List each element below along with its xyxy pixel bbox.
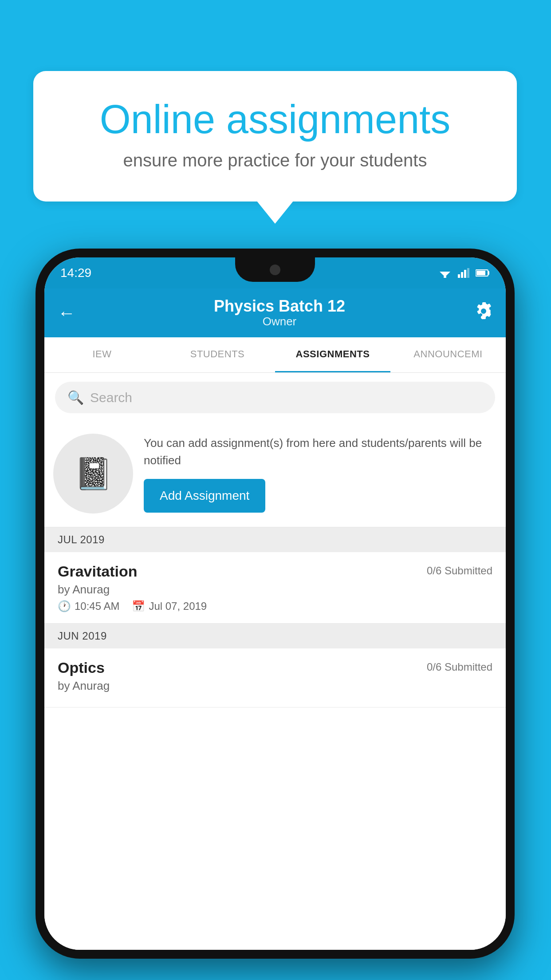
assignment-by: by Anurag: [58, 583, 492, 597]
wifi-icon: [438, 268, 452, 278]
promo-text-area: You can add assignment(s) from here and …: [144, 435, 492, 513]
header-center: Physics Batch 12 Owner: [84, 297, 475, 329]
assignment-row: Optics 0/6 Submitted: [58, 659, 492, 676]
signal-icon: [458, 268, 469, 278]
app-header: ← Physics Batch 12 Owner: [44, 288, 506, 337]
phone-mockup: 14:29: [35, 249, 515, 959]
battery-icon: [476, 269, 490, 277]
tab-students[interactable]: STUDENTS: [160, 337, 275, 372]
svg-rect-5: [464, 270, 466, 278]
svg-rect-3: [458, 274, 460, 278]
camera: [270, 265, 280, 275]
search-placeholder: Search: [90, 390, 132, 405]
svg-rect-9: [476, 271, 485, 275]
speech-bubble-subtitle: ensure more practice for your students: [69, 150, 481, 170]
assignment-row: Gravitation 0/6 Submitted: [58, 563, 492, 580]
notebook-icon: 📓: [74, 455, 113, 492]
month-header-jun-2019: JUN 2019: [44, 624, 506, 648]
assignment-item-gravitation[interactable]: Gravitation 0/6 Submitted by Anurag 🕐 10…: [44, 552, 506, 624]
assignment-date: Jul 07, 2019: [149, 600, 207, 612]
tab-announcements[interactable]: ANNOUNCEMI: [390, 337, 506, 372]
assignment-submitted: 0/6 Submitted: [427, 563, 492, 577]
header-subtitle: Owner: [84, 315, 475, 328]
status-icons: [438, 268, 490, 278]
svg-rect-6: [467, 268, 469, 278]
tabs-bar: IEW STUDENTS ASSIGNMENTS ANNOUNCEMI: [44, 337, 506, 373]
phone-screen: 14:29: [44, 257, 506, 950]
status-time: 14:29: [60, 266, 91, 280]
search-icon: 🔍: [67, 390, 84, 405]
phone-notch: [235, 257, 315, 282]
tab-assignments[interactable]: ASSIGNMENTS: [275, 337, 390, 372]
settings-button[interactable]: [475, 302, 492, 324]
calendar-icon: 📅: [132, 600, 145, 612]
tab-iew[interactable]: IEW: [44, 337, 160, 372]
assignment-item-optics[interactable]: Optics 0/6 Submitted by Anurag: [44, 648, 506, 707]
speech-bubble-title: Online assignments: [69, 98, 481, 142]
gear-icon: [475, 302, 492, 320]
add-assignment-button[interactable]: Add Assignment: [144, 479, 265, 513]
header-title: Physics Batch 12: [84, 297, 475, 315]
assignment-name: Gravitation: [58, 563, 137, 580]
assignment-time: 10:45 AM: [75, 600, 119, 612]
assignment-submitted: 0/6 Submitted: [427, 659, 492, 673]
search-bar[interactable]: 🔍 Search: [55, 382, 495, 413]
meta-time: 🕐 10:45 AM: [58, 600, 119, 612]
promo-icon-circle: 📓: [53, 434, 133, 514]
month-header-jul-2019: JUL 2019: [44, 527, 506, 552]
assignment-meta: 🕐 10:45 AM 📅 Jul 07, 2019: [58, 600, 492, 612]
assignment-name: Optics: [58, 659, 105, 676]
speech-bubble-container: Online assignments ensure more practice …: [33, 71, 517, 202]
phone-frame: 14:29: [35, 249, 515, 959]
svg-rect-4: [461, 272, 463, 278]
promo-description: You can add assignment(s) from here and …: [144, 435, 492, 469]
speech-bubble: Online assignments ensure more practice …: [33, 71, 517, 202]
back-button[interactable]: ←: [58, 303, 75, 323]
promo-block: 📓 You can add assignment(s) from here an…: [44, 420, 506, 527]
clock-icon: 🕐: [58, 600, 71, 612]
meta-date: 📅 Jul 07, 2019: [132, 600, 207, 612]
assignment-by: by Anurag: [58, 679, 492, 693]
scroll-content: 🔍 Search 📓 You can add assignment(s) fro…: [44, 373, 506, 950]
svg-rect-8: [488, 271, 489, 275]
